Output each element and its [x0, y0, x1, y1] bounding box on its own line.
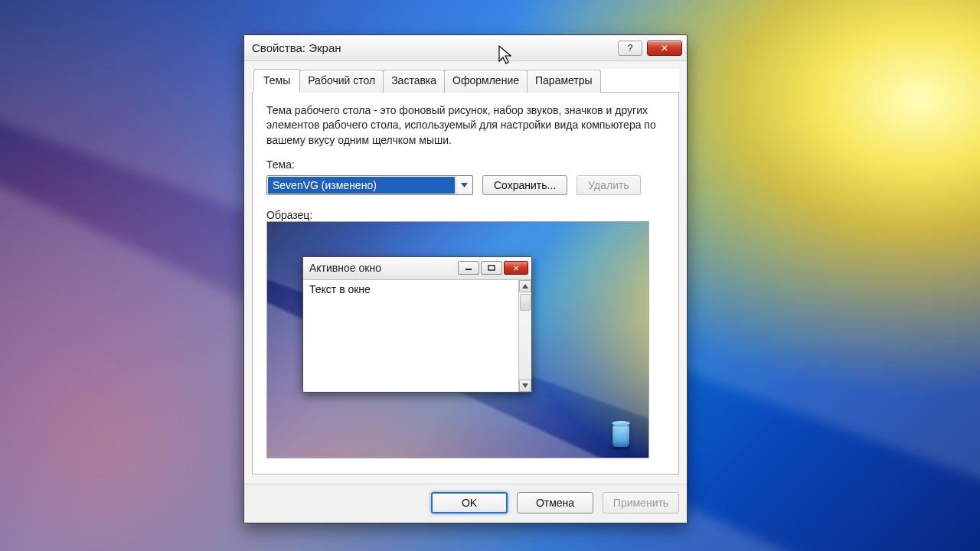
- window-title: Свойства: Экран: [252, 41, 341, 54]
- ok-button[interactable]: OK: [431, 492, 508, 514]
- recycle-bin-icon: [610, 421, 632, 447]
- theme-selected-value: SevenVG (изменено): [268, 177, 455, 194]
- theme-label: Тема:: [266, 158, 665, 171]
- tab-desktop[interactable]: Рабочий стол: [299, 70, 384, 93]
- sample-window: Активное окно ✕: [302, 256, 532, 393]
- save-button[interactable]: Сохранить...: [482, 175, 567, 195]
- cancel-button[interactable]: Отмена: [517, 492, 593, 514]
- theme-preview: Активное окно ✕: [266, 221, 649, 458]
- sample-body-text: Текст в окне: [303, 280, 519, 392]
- maximize-button: [481, 261, 502, 275]
- scroll-down-icon: [519, 380, 531, 392]
- panel-description: Тема рабочего стола - это фоновый рисуно…: [266, 103, 657, 148]
- tab-settings[interactable]: Параметры: [527, 70, 601, 93]
- tab-appearance[interactable]: Оформление: [444, 70, 528, 93]
- close-icon: ✕: [661, 43, 668, 54]
- themes-panel: Тема рабочего стола - это фоновый рисуно…: [252, 92, 679, 474]
- dialog-body: Темы Рабочий стол Заставка Оформление Па…: [252, 69, 679, 474]
- titlebar[interactable]: Свойства: Экран ? ✕: [244, 35, 687, 61]
- help-button[interactable]: ?: [618, 41, 642, 56]
- chevron-down-icon: [456, 176, 472, 194]
- sample-scrollbar: [519, 280, 531, 392]
- theme-combobox[interactable]: SevenVG (изменено): [266, 175, 473, 195]
- tab-screensaver[interactable]: Заставка: [383, 70, 445, 93]
- scroll-up-icon: [519, 280, 531, 292]
- maximize-icon: [488, 265, 495, 271]
- close-button[interactable]: ✕: [647, 41, 682, 56]
- scroll-thumb: [520, 294, 531, 311]
- svg-rect-0: [466, 269, 472, 270]
- dialog-button-row: OK Отмена Применить: [244, 484, 687, 523]
- minimize-button: [458, 261, 479, 275]
- svg-rect-1: [488, 266, 495, 270]
- delete-button: Удалить: [577, 175, 640, 195]
- sample-window-title: Активное окно: [309, 262, 381, 274]
- sample-titlebar: Активное окно ✕: [303, 257, 531, 280]
- close-icon: ✕: [513, 264, 519, 272]
- tab-themes[interactable]: Темы: [253, 69, 300, 93]
- minimize-icon: [465, 265, 472, 271]
- sample-label: Образец:: [266, 209, 665, 221]
- display-properties-dialog: Свойства: Экран ? ✕ Темы Рабочий стол За…: [243, 34, 688, 523]
- apply-button: Применить: [603, 492, 679, 514]
- sample-close-button: ✕: [504, 261, 528, 275]
- tab-strip: Темы Рабочий стол Заставка Оформление Па…: [253, 70, 679, 93]
